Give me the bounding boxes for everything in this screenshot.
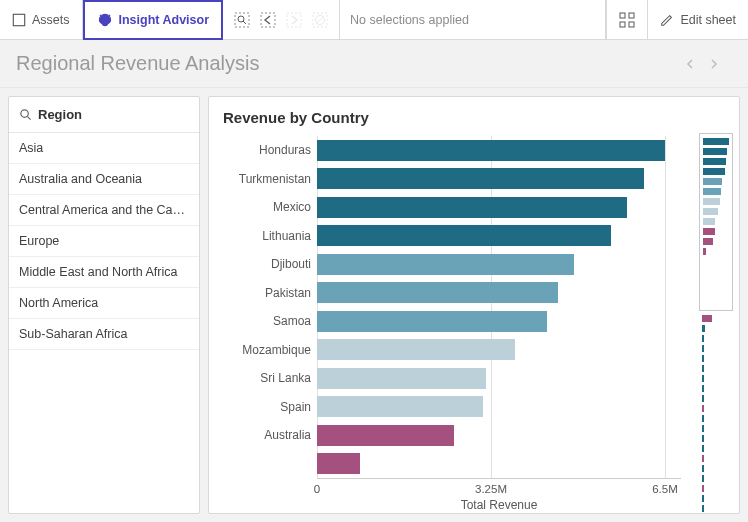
filter-item[interactable]: Middle East and North Africa [9, 257, 199, 288]
selection-tools [223, 0, 340, 39]
minimap-bar [702, 435, 704, 442]
minimap-bar [703, 198, 720, 205]
filter-header[interactable]: Region [9, 97, 199, 133]
svg-rect-2 [235, 13, 249, 27]
bar[interactable] [317, 225, 611, 246]
x-tick: 0 [314, 483, 320, 495]
clear-selections-icon [311, 11, 329, 29]
minimap-bar [702, 475, 704, 482]
step-forward-icon [285, 11, 303, 29]
bar[interactable] [317, 453, 360, 474]
bar[interactable] [317, 339, 515, 360]
minimap-bar [703, 208, 718, 215]
filter-item[interactable]: Australia and Oceania [9, 164, 199, 195]
no-selections-text: No selections applied [340, 0, 606, 39]
minimap-bar [703, 218, 715, 225]
filter-item[interactable]: North America [9, 288, 199, 319]
filter-item[interactable]: Central America and the Carib… [9, 195, 199, 226]
chart-revenue-by-country[interactable]: Revenue by Country HondurasTurkmenistanM… [208, 96, 740, 514]
insight-label: Insight Advisor [119, 13, 210, 27]
svg-line-4 [243, 21, 246, 24]
minimap-bar [702, 325, 705, 332]
minimap-bar [703, 168, 725, 175]
svg-rect-6 [287, 13, 301, 27]
bookmarks-icon [619, 12, 635, 28]
minimap-bar [703, 158, 726, 165]
y-axis-label: Samoa [223, 307, 317, 336]
svg-point-1 [103, 18, 106, 21]
step-back-icon[interactable] [259, 11, 277, 29]
minimap-bar [703, 188, 721, 195]
minimap-bar [703, 148, 727, 155]
insight-icon [97, 12, 113, 28]
bar[interactable] [317, 425, 454, 446]
smart-search-icon[interactable] [233, 11, 251, 29]
y-axis-label: Lithuania [223, 222, 317, 251]
minimap-bar [702, 355, 704, 362]
y-axis-label: Australia [223, 421, 317, 450]
top-toolbar: Assets Insight Advisor No selections app… [0, 0, 748, 40]
minimap-bar [702, 385, 704, 392]
bar[interactable] [317, 282, 558, 303]
svg-line-9 [317, 17, 323, 23]
minimap-bar [702, 345, 704, 352]
y-axis-label: Pakistan [223, 279, 317, 308]
bar[interactable] [317, 368, 486, 389]
filter-list: AsiaAustralia and OceaniaCentral America… [9, 133, 199, 350]
y-axis-label: Mexico [223, 193, 317, 222]
svg-rect-0 [13, 14, 24, 25]
prev-sheet-button[interactable] [684, 58, 708, 70]
filter-field-label: Region [38, 107, 82, 122]
minimap-bar [703, 178, 722, 185]
minimap-bar [702, 425, 704, 432]
svg-rect-5 [261, 13, 275, 27]
svg-rect-13 [629, 22, 634, 27]
next-sheet-button[interactable] [708, 58, 732, 70]
minimap-bar [702, 365, 704, 372]
svg-point-14 [21, 110, 28, 117]
svg-rect-11 [629, 13, 634, 18]
minimap-bar [702, 335, 704, 342]
filter-item[interactable]: Europe [9, 226, 199, 257]
y-axis-label: Honduras [223, 136, 317, 165]
y-axis-label: Djibouti [223, 250, 317, 279]
minimap-bar [702, 485, 704, 492]
chart-minimap-overflow[interactable] [699, 313, 733, 512]
chart-minimap[interactable] [699, 133, 733, 311]
assets-icon [12, 13, 26, 27]
minimap-bar [703, 138, 729, 145]
minimap-bar [702, 465, 704, 472]
plot-area [317, 132, 681, 478]
svg-rect-12 [620, 22, 625, 27]
main-area: Region AsiaAustralia and OceaniaCentral … [0, 88, 748, 522]
svg-line-15 [27, 116, 30, 119]
bar[interactable] [317, 140, 665, 161]
y-axis-labels: HondurasTurkmenistanMexicoLithuaniaDjibo… [223, 132, 317, 478]
minimap-bar [703, 228, 715, 235]
minimap-bar [702, 505, 704, 512]
svg-rect-10 [620, 13, 625, 18]
filter-item[interactable]: Asia [9, 133, 199, 164]
bar[interactable] [317, 197, 627, 218]
minimap-bar [702, 455, 704, 462]
minimap-bar [702, 315, 712, 322]
bar[interactable] [317, 396, 483, 417]
y-axis-label: Turkmenistan [223, 165, 317, 194]
x-axis-label: Total Revenue [317, 498, 681, 512]
bookmarks-button[interactable] [606, 0, 648, 39]
assets-label: Assets [32, 13, 70, 27]
y-axis-label [223, 450, 317, 479]
edit-sheet-button[interactable]: Edit sheet [648, 0, 748, 39]
chart-title: Revenue by Country [223, 109, 725, 126]
x-axis: 0 3.25M 6.5M Total Revenue [317, 478, 681, 512]
minimap-bar [702, 415, 704, 422]
bar[interactable] [317, 168, 644, 189]
assets-button[interactable]: Assets [0, 0, 83, 39]
bars [317, 136, 681, 478]
search-icon [19, 108, 32, 121]
bar[interactable] [317, 311, 547, 332]
bar[interactable] [317, 254, 574, 275]
filter-item[interactable]: Sub-Saharan Africa [9, 319, 199, 350]
insight-advisor-button[interactable]: Insight Advisor [83, 0, 224, 40]
minimap-bar [702, 375, 704, 382]
